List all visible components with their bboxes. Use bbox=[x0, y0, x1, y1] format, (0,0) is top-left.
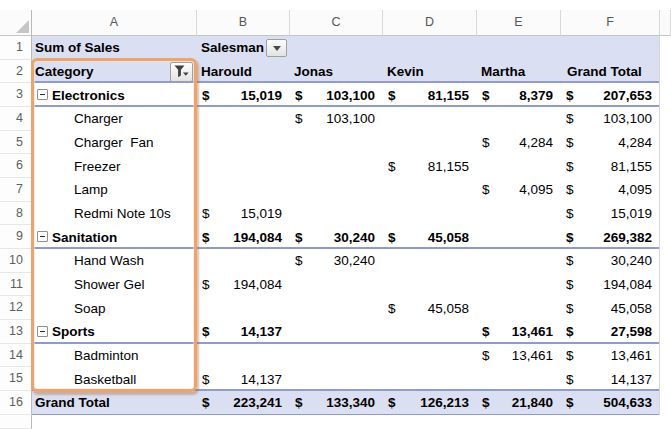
row-header-16[interactable]: 16 bbox=[0, 391, 32, 415]
category-filter-button[interactable] bbox=[170, 62, 193, 82]
cell-value-r14-c4[interactable]: $13,461 bbox=[482, 344, 553, 368]
cell-value-r8-c5[interactable]: $15,019 bbox=[566, 202, 652, 226]
salesman-dropdown-button[interactable] bbox=[266, 39, 287, 57]
cell-item-freezer[interactable]: Freezer bbox=[74, 154, 195, 178]
row-header-14[interactable]: 14 bbox=[0, 344, 32, 368]
cell-category-sports[interactable]: Sports bbox=[52, 320, 195, 344]
cell-value-r3-c3[interactable]: $81,155 bbox=[388, 83, 469, 107]
column-header-e[interactable]: E bbox=[477, 10, 561, 36]
cell-value-r3-c5[interactable]: $207,653 bbox=[566, 83, 652, 107]
cell-value-r14-c5[interactable]: $13,461 bbox=[566, 344, 652, 368]
cell-grand-total-c1[interactable]: $223,241 bbox=[202, 391, 282, 415]
cell-item-lamp[interactable]: Lamp bbox=[74, 178, 195, 202]
cell-item-charger-fan[interactable]: Charger Fan bbox=[74, 131, 195, 155]
cell-salesman-header-harould[interactable]: Harould bbox=[201, 60, 288, 84]
cell-value-r3-c1[interactable]: $15,019 bbox=[202, 83, 282, 107]
row-header-13[interactable]: 13 bbox=[0, 320, 32, 344]
row-header-8[interactable]: 8 bbox=[0, 202, 32, 226]
cell-value-r6-c3[interactable]: $81,155 bbox=[388, 154, 469, 178]
cell-value-r13-c4[interactable]: $13,461 bbox=[482, 320, 553, 344]
row-header-5[interactable]: 5 bbox=[0, 131, 32, 155]
cell-category-sanitation[interactable]: Sanitation bbox=[52, 225, 195, 249]
cell-value-field-label[interactable]: Sum of Sales bbox=[35, 36, 195, 60]
cell-value-r10-c5[interactable]: $30,240 bbox=[566, 249, 652, 273]
text-label: 8 bbox=[16, 206, 23, 220]
column-header-f[interactable]: F bbox=[561, 10, 660, 36]
cell-value-r7-c4[interactable]: $4,095 bbox=[482, 178, 553, 202]
cell-grand-total-header[interactable]: Grand Total bbox=[567, 60, 658, 84]
cell-value-r8-c1[interactable]: $15,019 bbox=[202, 202, 282, 226]
cell-value-r13-c1[interactable]: $14,137 bbox=[202, 320, 282, 344]
text-label: $ bbox=[566, 253, 574, 268]
text-label: 15,019 bbox=[611, 206, 652, 221]
column-header-b[interactable]: B bbox=[197, 10, 290, 36]
cell-value-r15-c1[interactable]: $14,137 bbox=[202, 367, 282, 391]
text-label: $ bbox=[566, 301, 574, 316]
cell-value-r6-c5[interactable]: $81,155 bbox=[566, 154, 652, 178]
cell-value-r9-c1[interactable]: $194,084 bbox=[202, 225, 282, 249]
cell-item-redmi-note-10s[interactable]: Redmi Note 10s bbox=[74, 202, 195, 226]
row-header-11[interactable]: 11 bbox=[0, 273, 32, 297]
cell-salesman-header-martha[interactable]: Martha bbox=[481, 60, 559, 84]
column-header-a[interactable]: A bbox=[32, 10, 197, 36]
cell-value-r9-c5[interactable]: $269,382 bbox=[566, 225, 652, 249]
cell-value-r12-c5[interactable]: $45,058 bbox=[566, 296, 652, 320]
cell-item-hand-wash[interactable]: Hand Wash bbox=[74, 249, 195, 273]
cell-value-r3-c4[interactable]: $8,379 bbox=[482, 83, 553, 107]
column-header-partial[interactable] bbox=[660, 10, 671, 36]
row-header-10[interactable]: 10 bbox=[0, 249, 32, 273]
collapse-button-sanitation[interactable] bbox=[37, 231, 48, 242]
cell-value-r4-c5[interactable]: $103,100 bbox=[566, 107, 652, 131]
filter-funnel-icon bbox=[174, 65, 189, 78]
row-header-6[interactable]: 6 bbox=[0, 154, 32, 178]
cell-value-r5-c5[interactable]: $4,284 bbox=[566, 131, 652, 155]
cell-value-r11-c5[interactable]: $194,084 bbox=[566, 273, 652, 297]
row-header-7[interactable]: 7 bbox=[0, 178, 32, 202]
row-header-1[interactable]: 1 bbox=[0, 36, 32, 60]
column-header-c[interactable]: C bbox=[290, 10, 383, 36]
cell-grand-total-c2[interactable]: $133,340 bbox=[295, 391, 375, 415]
cell-value-r12-c3[interactable]: $45,058 bbox=[388, 296, 469, 320]
text-label: Hand Wash bbox=[74, 253, 144, 268]
cell-item-charger[interactable]: Charger bbox=[74, 107, 195, 131]
cell-value-r3-c2[interactable]: $103,100 bbox=[295, 83, 375, 107]
text-label: 269,382 bbox=[603, 230, 652, 245]
cell-value-r5-c4[interactable]: $4,284 bbox=[482, 131, 553, 155]
text-label: 3 bbox=[16, 87, 23, 101]
cell-value-r9-c3[interactable]: $45,058 bbox=[388, 225, 469, 249]
text-label: 207,653 bbox=[603, 88, 652, 103]
cell-item-badminton[interactable]: Badminton bbox=[74, 344, 195, 368]
collapse-button-sports[interactable] bbox=[37, 326, 48, 337]
select-all-corner[interactable] bbox=[0, 10, 32, 36]
cell-grand-total-label[interactable]: Grand Total bbox=[35, 391, 195, 415]
cell-value-r15-c5[interactable]: $14,137 bbox=[566, 367, 652, 391]
cell-value-r11-c1[interactable]: $194,084 bbox=[202, 273, 282, 297]
text-label: Kevin bbox=[387, 64, 424, 79]
cell-value-r7-c5[interactable]: $4,095 bbox=[566, 178, 652, 202]
cell-value-r10-c2[interactable]: $30,240 bbox=[295, 249, 375, 273]
row-header-15[interactable]: 15 bbox=[0, 367, 32, 391]
cell-grand-total-c3[interactable]: $126,213 bbox=[388, 391, 469, 415]
collapse-button-electronics[interactable] bbox=[37, 89, 48, 100]
row-header-partial[interactable] bbox=[0, 415, 32, 429]
text-label: $ bbox=[295, 230, 303, 245]
cell-value-r9-c2[interactable]: $30,240 bbox=[295, 225, 375, 249]
text-label: C bbox=[331, 15, 340, 29]
row-header-9[interactable]: 9 bbox=[0, 225, 32, 249]
cell-salesman-header-jonas[interactable]: Jonas bbox=[294, 60, 381, 84]
cell-item-basketball[interactable]: Basketball bbox=[74, 367, 195, 391]
cell-grand-total-c4[interactable]: $21,840 bbox=[482, 391, 553, 415]
cell-value-r13-c5[interactable]: $27,598 bbox=[566, 320, 652, 344]
row-header-12[interactable]: 12 bbox=[0, 296, 32, 320]
cell-category-electronics[interactable]: Electronics bbox=[52, 83, 195, 107]
text-label: $ bbox=[566, 395, 574, 410]
row-header-4[interactable]: 4 bbox=[0, 107, 32, 131]
cell-item-shower-gel[interactable]: Shower Gel bbox=[74, 273, 195, 297]
column-header-d[interactable]: D bbox=[383, 10, 477, 36]
cell-item-soap[interactable]: Soap bbox=[74, 296, 195, 320]
cell-grand-total-c5[interactable]: $504,633 bbox=[566, 391, 652, 415]
cell-salesman-header-kevin[interactable]: Kevin bbox=[387, 60, 475, 84]
row-header-2[interactable]: 2 bbox=[0, 60, 32, 84]
cell-value-r4-c2[interactable]: $103,100 bbox=[295, 107, 375, 131]
row-header-3[interactable]: 3 bbox=[0, 83, 32, 107]
